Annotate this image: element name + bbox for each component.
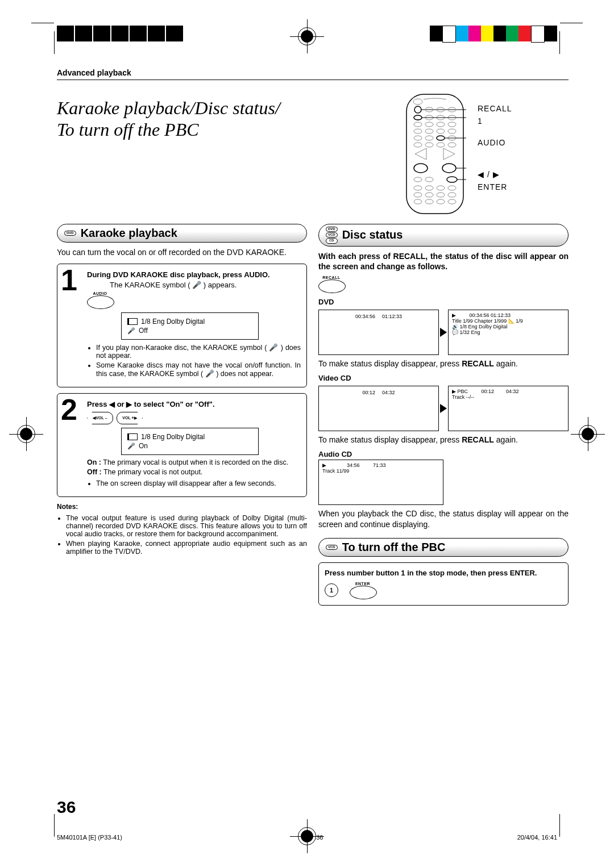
crop-mark	[559, 31, 560, 54]
step-notes: If you play non-Karaoke disc, the KARAOK…	[87, 343, 301, 378]
crop-mark	[54, 31, 55, 54]
time: 04:32	[382, 390, 395, 395]
audio-button-icon	[87, 295, 114, 309]
divider	[57, 80, 569, 80]
time: 00:12	[362, 390, 375, 395]
vol-minus-icon: ◀ VOL –	[87, 412, 113, 424]
arrow-icon	[440, 404, 447, 413]
status-line: 🔊 1/8 Eng Dolby Digital	[452, 324, 508, 329]
status-line: ▶ PBC	[452, 389, 468, 394]
karaoke-section: DVD Karaoke playback You can turn the vo…	[57, 224, 307, 611]
time: 01:12:33	[382, 314, 402, 319]
color-calibration-bar	[430, 26, 557, 43]
button-label: RECALL	[318, 276, 345, 279]
svg-point-45	[414, 199, 422, 204]
svg-point-20	[448, 129, 456, 133]
note-item: Some Karaoke discs may not have the voca…	[96, 361, 301, 378]
step-2-box: 2 Press ◀ or ▶ to select "On" or "Off". …	[57, 393, 307, 497]
subheading-vcd: Video CD	[318, 374, 569, 382]
play-icon: ▶	[322, 462, 326, 468]
section-header-disc-status: DVD VCD CD Disc status	[318, 224, 569, 247]
svg-point-11	[414, 122, 422, 127]
status-screen: ▶ 00:34:56 01:12:33 Title 1/99 Chapter 1…	[448, 310, 569, 355]
subheading-acd: Audio CD	[318, 450, 569, 458]
vcd-status-pair: 00:12 04:32 ▶ PBC 00:12 04:32 Track --/-…	[318, 386, 569, 431]
manual-page: Advanced playback Karaoke playback/Disc …	[0, 0, 614, 868]
time: 00:12	[482, 389, 495, 394]
step-number: 2	[61, 398, 77, 422]
status-screen: ▶ PBC 00:12 04:32 Track --/--	[448, 386, 569, 431]
crop-mark	[31, 23, 54, 23]
note-item: The vocal output feature is used during …	[66, 514, 307, 538]
osd-text: 1/8 Eng Dolby Digital	[141, 318, 205, 326]
time: 04:32	[506, 389, 519, 394]
registration-mark-bottom	[298, 827, 316, 845]
status-line: Track --/--	[452, 394, 474, 400]
disc-badge: VCD	[326, 232, 338, 237]
svg-point-30	[414, 164, 428, 173]
svg-point-21	[414, 136, 422, 140]
title-line: Karaoke playback/Disc status/	[57, 98, 280, 118]
remote-illustration	[404, 91, 466, 216]
page-number: 36	[57, 798, 76, 817]
button-label: AUDIO	[87, 291, 113, 295]
svg-point-1	[413, 99, 422, 105]
svg-point-33	[414, 177, 422, 182]
svg-point-28	[437, 143, 445, 147]
speaker-icon	[127, 433, 138, 440]
svg-point-2	[414, 106, 421, 113]
svg-point-47	[437, 199, 445, 204]
arrow-icon	[440, 328, 447, 337]
svg-point-15	[414, 115, 422, 120]
number-1-button-icon: 1	[325, 583, 338, 597]
registration-mark-right	[579, 425, 597, 443]
svg-point-31	[442, 164, 456, 173]
osd-text: On	[139, 442, 148, 450]
step-1-box: 1 During DVD KARAOKE disc playback, pres…	[57, 264, 307, 387]
page-title: Karaoke playback/Disc status/ To turn of…	[57, 97, 392, 141]
time: 00:34:56 01:12:33	[470, 312, 511, 318]
status-screen: 00:12 04:32	[318, 386, 439, 431]
intro-text: You can turn the vocal on or off recorde…	[57, 247, 307, 258]
svg-point-24	[437, 136, 445, 140]
off-desc: The primary vocal is not output.	[103, 468, 202, 476]
vol-plus-icon: VOL + ▶	[117, 412, 143, 424]
section-title: Karaoke playback	[81, 227, 177, 240]
btn-text: VOL –	[96, 416, 107, 420]
footnotes: The vocal output feature is used during …	[57, 514, 307, 556]
osd-text: Off	[139, 327, 148, 335]
disc-badge: DVD	[64, 231, 76, 236]
status-screen: 00:34:56 01:12:33	[318, 310, 439, 355]
svg-point-14	[448, 122, 456, 127]
svg-point-34	[425, 177, 433, 182]
dvd-note: To make status display disappear, press …	[318, 358, 569, 369]
status-line: 💬 1/32 Eng	[452, 329, 480, 335]
callout-audio: AUDIO	[478, 138, 512, 147]
disc-badge: VCD	[326, 545, 338, 550]
svg-point-38	[425, 186, 433, 190]
svg-point-22	[425, 136, 433, 140]
disc-status-section: DVD VCD CD Disc status With each press o…	[318, 224, 569, 611]
step-heading: During DVD KARAOKE disc playback, press …	[87, 270, 301, 279]
svg-point-18	[425, 129, 433, 133]
button-label: ENTER	[350, 582, 376, 586]
svg-point-29	[448, 143, 456, 147]
crop-mark	[560, 23, 583, 23]
svg-point-43	[437, 193, 445, 197]
section-header-karaoke: DVD Karaoke playback	[57, 224, 307, 243]
play-icon: ▶	[452, 312, 456, 318]
step-heading: Press ◀ or ▶ to select "On" or "Off".	[87, 400, 301, 408]
speaker-icon	[127, 318, 138, 325]
dvd-status-pair: 00:34:56 01:12:33 ▶ 00:34:56 01:12:33 Ti…	[318, 310, 569, 355]
section-header-pbc: VCD To turn off the PBC	[318, 538, 569, 557]
svg-point-26	[414, 143, 422, 147]
callout-recall: RECALL	[478, 104, 512, 113]
pbc-step-box: Press number button 1 in the stop mode, …	[318, 562, 569, 606]
svg-point-40	[448, 186, 456, 190]
footer-center: 36	[316, 834, 323, 841]
registration-mark-left	[17, 425, 35, 443]
enter-button-icon	[350, 586, 377, 599]
disc-badge: DVD	[326, 227, 338, 232]
title-line: To turn off the PBC	[57, 119, 199, 140]
note-item: The on screen display will disappear aft…	[96, 479, 301, 487]
